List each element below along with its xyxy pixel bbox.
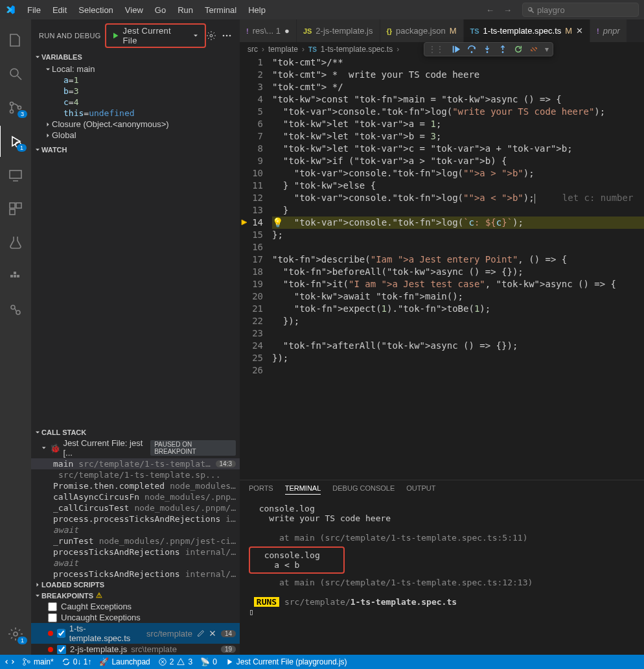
editor-tab[interactable]: !pnpr xyxy=(590,19,627,42)
breakpoint-row[interactable]: 1-ts-template.spec.tssrc/template14 xyxy=(31,623,240,644)
breakpoint-checkbox[interactable] xyxy=(57,645,66,654)
restart-button[interactable] xyxy=(514,45,523,54)
code-content[interactable]: "tok-cmt">/**"tok-cmt"> * write your TS … xyxy=(272,56,644,480)
ports-item[interactable]: 📡 0 xyxy=(200,657,217,666)
callstack-frame[interactable]: process.processTicksAndRejectionsint... xyxy=(31,513,240,524)
variable-row[interactable]: c = 4 xyxy=(31,97,240,108)
step-into-button[interactable] xyxy=(483,45,492,54)
nav-fwd-button[interactable]: → xyxy=(500,3,516,18)
debug-status[interactable]: Jest Current File (playground.js) xyxy=(225,657,347,666)
close-icon[interactable]: ✕ xyxy=(576,26,583,36)
branch-indicator[interactable]: main* xyxy=(22,657,54,666)
edit-icon[interactable] xyxy=(196,629,205,638)
callstack-frame[interactable]: callAsyncCircusFnnode_modules/.pnpm/... xyxy=(31,491,240,502)
settings-badge: 1 xyxy=(17,637,27,644)
callstack-frame[interactable]: processTicksAndRejectionsinternal/proc..… xyxy=(31,546,240,558)
editor-tab[interactable]: TS1-ts-template.spec.tsM✕ xyxy=(464,19,591,42)
editor-tab[interactable]: !res\... 1● xyxy=(240,19,297,42)
breadcrumb-item[interactable]: 1-ts-template.spec.ts xyxy=(321,45,393,54)
variable-row[interactable]: b = 3 xyxy=(31,86,240,97)
loaded-scripts-header[interactable]: LOADED SCRIPTS xyxy=(31,580,240,590)
highlighted-output: console.log a < b xyxy=(249,546,345,574)
scope-global[interactable]: Global xyxy=(31,130,240,141)
callstack-frame[interactable]: await xyxy=(31,558,240,569)
run-debug-icon[interactable]: 1 xyxy=(0,126,30,157)
menu-view[interactable]: View xyxy=(120,3,148,18)
scope-closure[interactable]: Closure (Object.<anonymous>) xyxy=(31,119,240,130)
variables-section-header[interactable]: VARIABLES xyxy=(31,52,240,62)
menu-terminal[interactable]: Terminal xyxy=(200,3,242,18)
problems-item[interactable]: 2 3 xyxy=(158,657,192,666)
tab-debug-console[interactable]: DEBUG CONSOLE xyxy=(332,484,395,495)
launchpad-item[interactable]: 🚀 Launchpad xyxy=(99,657,150,666)
remote-icon[interactable] xyxy=(0,159,31,191)
search-icon[interactable] xyxy=(0,58,31,89)
callstack-section-header[interactable]: CALL STACK xyxy=(31,427,240,438)
gear-icon[interactable] xyxy=(206,30,216,41)
settings-icon[interactable]: 1 xyxy=(0,618,31,650)
chevron-right-icon xyxy=(44,132,52,139)
breadcrumb-item[interactable]: template xyxy=(268,45,298,54)
callstack-frame[interactable]: await xyxy=(31,524,240,535)
menu-help[interactable]: Help xyxy=(243,3,271,18)
menu-edit[interactable]: Edit xyxy=(47,3,72,18)
breakpoint-checkbox[interactable] xyxy=(57,629,65,638)
vscode-logo-icon xyxy=(5,5,16,15)
bp-caught-checkbox[interactable] xyxy=(48,602,57,611)
editor-tab[interactable]: {}package.jsonM xyxy=(380,19,464,42)
tab-terminal[interactable]: TERMINAL xyxy=(285,484,321,495)
callstack-frame[interactable]: processTicksAndRejectionsinternal/proc..… xyxy=(31,569,240,580)
line-gutter[interactable]: 1234567891011121314151617181920212223242… xyxy=(240,56,272,480)
nav-back-button[interactable]: ← xyxy=(482,3,498,18)
menu-selection[interactable]: Selection xyxy=(73,3,118,18)
disconnect-button[interactable] xyxy=(529,45,538,54)
watch-section-header[interactable]: WATCH xyxy=(31,145,240,155)
step-out-button[interactable] xyxy=(498,45,507,54)
callstack-frame[interactable]: Promise.then.completednode_modules/... xyxy=(31,480,240,491)
scm-icon[interactable]: 3 xyxy=(0,92,31,123)
editor-area[interactable]: 1234567891011121314151617181920212223242… xyxy=(240,56,644,480)
remote-indicator[interactable] xyxy=(5,657,14,666)
live-share-icon[interactable] xyxy=(0,294,31,325)
breakpoints-header[interactable]: BREAKPOINTS⚠ xyxy=(31,590,240,601)
breakpoint-row[interactable]: 2-js-template.jssrc\template19 xyxy=(31,644,240,655)
tab-ports[interactable]: PORTS xyxy=(249,484,273,495)
svg-point-16 xyxy=(16,311,20,314)
terminal-output[interactable]: console.log write your TS code heere at … xyxy=(240,499,644,655)
variable-row[interactable]: a = 1 xyxy=(31,75,240,86)
callstack-frame[interactable]: mainsrc/template/1-ts-template.spec.ts14… xyxy=(31,458,240,469)
scope-local[interactable]: Local: main xyxy=(31,64,240,75)
menu-file[interactable]: File xyxy=(22,3,46,18)
svg-rect-11 xyxy=(10,275,13,277)
extensions-icon[interactable] xyxy=(0,193,31,224)
more-icon[interactable] xyxy=(222,30,232,41)
close-icon[interactable] xyxy=(208,629,217,638)
docker-icon[interactable] xyxy=(0,261,31,292)
bp-uncaught[interactable]: Uncaught Exceptions xyxy=(31,612,240,623)
debug-toolbar[interactable]: ⋮⋮ ▾ xyxy=(424,42,553,56)
drag-handle-icon[interactable]: ⋮⋮ xyxy=(428,45,444,54)
callstack-frame[interactable]: _callCircusTestnode_modules/.pnpm/jes... xyxy=(31,502,240,513)
menu-run[interactable]: Run xyxy=(172,3,198,18)
menu-go[interactable]: Go xyxy=(150,3,171,18)
tab-output[interactable]: OUTPUT xyxy=(406,484,435,495)
callstack-frame[interactable]: _runTestnode_modules/.pnpm/jest-circus..… xyxy=(31,535,240,546)
breakpoint-dot-icon xyxy=(48,631,53,636)
callstack-frame[interactable]: src/template/1-ts-template.sp... xyxy=(31,469,240,480)
debug-config-selector[interactable]: Jest Current File xyxy=(105,23,206,48)
breadcrumb-item[interactable]: src xyxy=(247,45,258,54)
bp-caught[interactable]: Caught Exceptions xyxy=(31,601,240,612)
editor-tab[interactable]: JS2-js-template.js xyxy=(297,19,380,42)
variable-row[interactable]: this = undefined xyxy=(31,108,240,119)
continue-button[interactable] xyxy=(452,45,461,54)
bp-uncaught-checkbox[interactable] xyxy=(48,613,57,622)
command-center-search[interactable]: playgro xyxy=(522,3,639,17)
watch-body[interactable] xyxy=(31,155,240,427)
testing-icon[interactable] xyxy=(0,227,31,258)
step-over-button[interactable] xyxy=(467,45,476,54)
status-bar: main* 0↓ 1↑ 🚀 Launchpad 2 3 📡 0 Jest Cur… xyxy=(0,655,644,669)
callstack-thread[interactable]: 🐞 Jest Current File: jest [... PAUSED ON… xyxy=(31,438,240,458)
sync-indicator[interactable]: 0↓ 1↑ xyxy=(62,657,92,666)
svg-rect-14 xyxy=(17,275,19,277)
explorer-icon[interactable] xyxy=(0,25,31,56)
